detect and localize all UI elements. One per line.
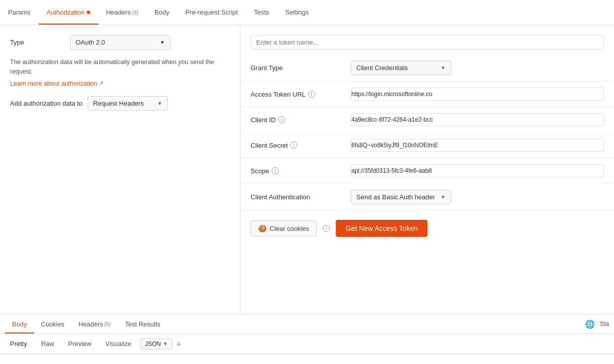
- external-link-icon: ↗: [99, 80, 103, 87]
- tab-authorization[interactable]: Authorization: [39, 0, 98, 25]
- chevron-down-icon: ▼: [441, 194, 446, 200]
- get-new-access-token-button[interactable]: Get New Access Token: [336, 220, 428, 237]
- bottom-tab-cookies[interactable]: Cookies: [34, 314, 72, 333]
- globe-icon: 🌐: [585, 319, 595, 329]
- bottom-tab-bar: Body Cookies Headers (5) Test Results 🌐 …: [0, 314, 614, 334]
- client-id-value[interactable]: 4a9ec8cc-8f72-4264-a1e2-bcc: [351, 113, 604, 126]
- info-icon[interactable]: i: [323, 225, 330, 232]
- format-tab-pretty[interactable]: Pretty: [5, 338, 32, 349]
- client-id-row: Client ID i 4a9ec8cc-8f72-4264-a1e2-bcc: [241, 107, 614, 133]
- tab-tests[interactable]: Tests: [246, 0, 277, 25]
- auth-data-label: Add authorization data to: [10, 100, 83, 107]
- wrap-icon[interactable]: ≡: [176, 340, 180, 348]
- bottom-tab-test-results[interactable]: Test Results: [118, 314, 167, 333]
- authorization-dot: [87, 11, 90, 14]
- token-name-input[interactable]: [251, 35, 604, 50]
- grant-type-row: Grant Type Client Credentials ▼: [241, 55, 614, 82]
- type-label: Type: [10, 39, 70, 46]
- token-name-row: [241, 30, 614, 55]
- format-select-value: JSON: [145, 340, 161, 347]
- cookie-icon: 🍪: [258, 224, 267, 232]
- auth-data-row: Add authorization data to Request Header…: [10, 96, 230, 111]
- chevron-down-icon: ▼: [441, 65, 446, 71]
- client-secret-value[interactable]: 6fs8Q~vo8k5iyJf9_f10nNOEtmE: [351, 139, 604, 152]
- client-id-label: Client ID i: [251, 116, 351, 124]
- client-auth-dropdown[interactable]: Send as Basic Auth header ▼: [351, 190, 451, 204]
- tab-body[interactable]: Body: [146, 0, 177, 25]
- auth-data-select-value: Request Headers: [93, 100, 144, 107]
- clear-cookies-button[interactable]: 🍪 Clear cookies: [251, 220, 317, 236]
- bottom-tab-body[interactable]: Body: [5, 314, 34, 333]
- client-secret-label: Client Secret i: [251, 142, 351, 149]
- bottom-tab-headers[interactable]: Headers (5): [72, 314, 118, 333]
- chevron-down-icon: ▼: [163, 341, 168, 346]
- bottom-panel-toolbar: 🌐 Sta: [585, 319, 609, 329]
- tab-pre-request-script[interactable]: Pre-request Script: [177, 0, 246, 25]
- tab-headers[interactable]: Headers (8): [98, 0, 147, 25]
- tab-params[interactable]: Params: [0, 0, 39, 25]
- format-select[interactable]: JSON ▼: [140, 338, 172, 349]
- client-auth-label: Client Authentication: [251, 193, 351, 201]
- auth-info-text: The authorization data will be automatic…: [10, 58, 230, 77]
- learn-more-link[interactable]: Learn more about authorization ↗: [10, 80, 103, 87]
- response-format-row: Pretty Raw Preview Visualize JSON ▼ ≡: [0, 334, 614, 354]
- format-tab-raw[interactable]: Raw: [36, 338, 59, 349]
- type-select-value: OAuth 2.0: [76, 39, 105, 46]
- chevron-down-icon: ▼: [160, 40, 165, 45]
- grant-type-value: Client Credentials: [356, 64, 408, 72]
- access-token-url-label: Access Token URL i: [251, 91, 351, 98]
- client-secret-row: Client Secret i 6fs8Q~vo8k5iyJf9_f10nNOE…: [241, 133, 614, 158]
- info-icon[interactable]: i: [290, 142, 297, 149]
- chevron-down-icon: ▼: [157, 101, 162, 106]
- tab-settings[interactable]: Settings: [277, 0, 317, 25]
- info-icon[interactable]: i: [272, 167, 279, 174]
- info-icon[interactable]: i: [308, 91, 315, 98]
- access-token-url-value[interactable]: https://login.microsoftonline.co: [351, 88, 604, 101]
- top-tab-bar: Params Authorization Headers (8) Body Pr…: [0, 0, 614, 25]
- right-panel: Grant Type Client Credentials ▼ Access T…: [241, 25, 614, 314]
- scope-label: Scope i: [251, 167, 351, 175]
- access-token-url-row: Access Token URL i https://login.microso…: [241, 82, 614, 107]
- grant-type-dropdown[interactable]: Client Credentials ▼: [351, 61, 451, 75]
- scope-value[interactable]: api://35fd0313-5fc3-4fe6-aab8: [351, 164, 604, 177]
- grant-type-label: Grant Type: [251, 64, 351, 72]
- client-auth-row: Client Authentication Send as Basic Auth…: [241, 184, 614, 211]
- main-content: Type OAuth 2.0 ▼ The authorization data …: [0, 25, 614, 314]
- actions-row: 🍪 Clear cookies i Get New Access Token: [241, 211, 614, 246]
- info-icon[interactable]: i: [278, 116, 285, 123]
- status-text: Sta: [600, 320, 609, 327]
- scope-row: Scope i api://35fd0313-5fc3-4fe6-aab8: [241, 158, 614, 184]
- type-select[interactable]: OAuth 2.0 ▼: [70, 35, 170, 50]
- client-auth-value: Send as Basic Auth header: [356, 193, 435, 201]
- format-tab-preview[interactable]: Preview: [63, 338, 96, 349]
- auth-data-select[interactable]: Request Headers ▼: [88, 96, 168, 111]
- type-row: Type OAuth 2.0 ▼: [10, 35, 230, 50]
- format-tab-visualize[interactable]: Visualize: [100, 338, 136, 349]
- left-panel: Type OAuth 2.0 ▼ The authorization data …: [0, 25, 241, 314]
